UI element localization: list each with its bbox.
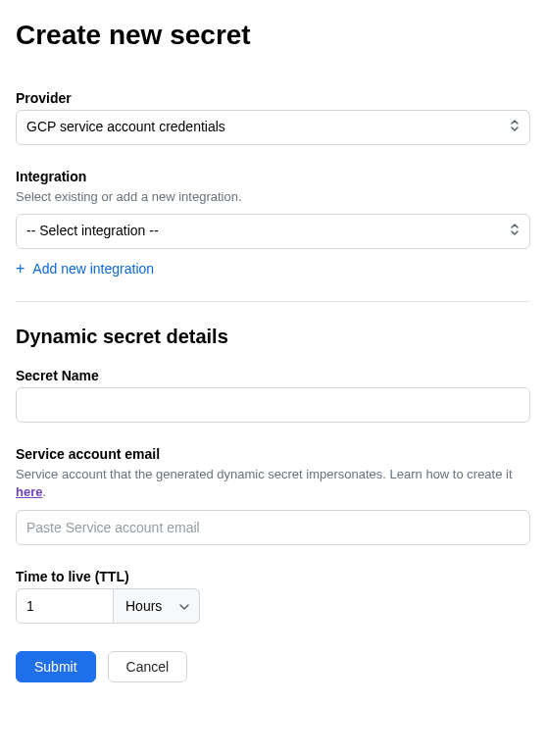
provider-label: Provider [16, 90, 530, 106]
page-title: Create new secret [16, 20, 530, 51]
divider [16, 301, 530, 302]
integration-label: Integration [16, 169, 530, 184]
service-account-input[interactable] [16, 510, 530, 545]
add-integration-link[interactable]: + Add new integration [16, 261, 154, 277]
integration-select[interactable]: -- Select integration -- [16, 214, 530, 249]
provider-select[interactable]: GCP service account credentials [16, 110, 530, 145]
ttl-label: Time to live (TTL) [16, 569, 530, 584]
details-heading: Dynamic secret details [16, 326, 530, 348]
secret-name-label: Secret Name [16, 368, 530, 383]
ttl-field: Time to live (TTL) Hours [16, 569, 530, 624]
add-integration-label: Add new integration [32, 261, 154, 277]
secret-name-input[interactable] [16, 387, 530, 423]
secret-name-field: Secret Name [16, 368, 530, 423]
service-account-help: Service account that the generated dynam… [16, 466, 530, 501]
submit-button[interactable]: Submit [16, 651, 96, 682]
integration-field: Integration Select existing or add a new… [16, 169, 530, 277]
plus-icon: + [16, 261, 25, 277]
action-row: Submit Cancel [16, 651, 530, 682]
integration-help: Select existing or add a new integration… [16, 188, 530, 206]
service-account-field: Service account email Service account th… [16, 446, 530, 544]
cancel-button[interactable]: Cancel [108, 651, 188, 682]
service-account-label: Service account email [16, 446, 530, 462]
provider-field: Provider GCP service account credentials [16, 90, 530, 145]
here-link[interactable]: here [16, 484, 42, 499]
ttl-value-input[interactable] [16, 588, 114, 624]
ttl-unit-select[interactable]: Hours [114, 588, 200, 624]
